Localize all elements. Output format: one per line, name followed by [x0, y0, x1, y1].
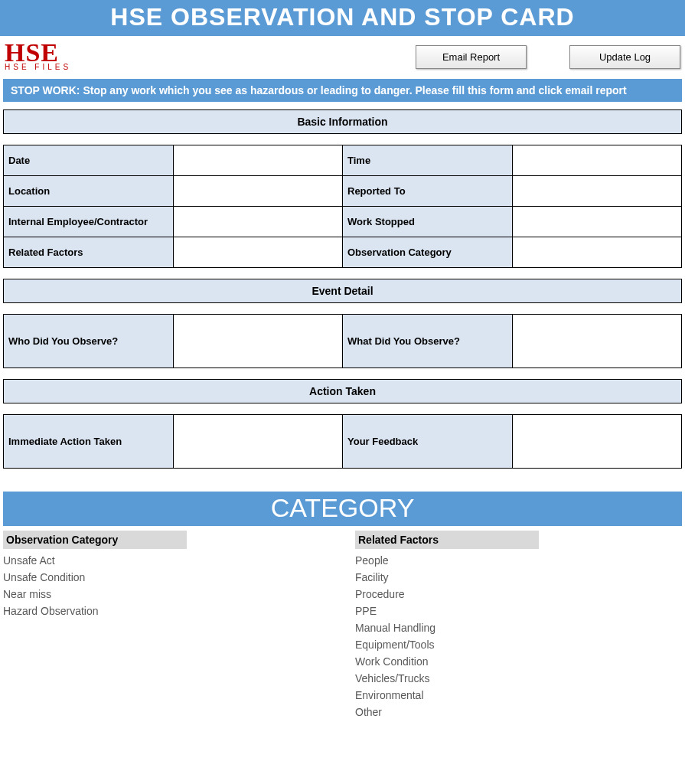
- header-row: HSE HSE FILES Email Report Update Log: [0, 36, 685, 79]
- field-your-feedback[interactable]: [513, 415, 683, 469]
- email-report-button[interactable]: Email Report: [416, 45, 527, 69]
- list-item: Unsafe Act: [3, 552, 256, 569]
- basic-info-grid: Date Time Location Reported To Internal …: [3, 145, 682, 268]
- list-item: Manual Handling: [355, 619, 608, 636]
- label-location: Location: [4, 176, 174, 207]
- label-your-feedback: Your Feedback: [343, 415, 513, 469]
- observation-category-heading: Observation Category: [3, 531, 187, 549]
- field-work-stopped[interactable]: [513, 207, 683, 237]
- field-location[interactable]: [174, 176, 344, 207]
- list-item: Procedure: [355, 586, 608, 603]
- category-title: CATEGORY: [3, 492, 682, 526]
- list-item: Facility: [355, 569, 608, 586]
- label-time: Time: [343, 145, 513, 176]
- list-item: Hazard Observation: [3, 603, 256, 619]
- stop-work-notice: STOP WORK: Stop any work which you see a…: [3, 79, 682, 102]
- event-detail-grid: Who Did You Observe? What Did You Observ…: [3, 314, 682, 368]
- label-employee-contractor: Internal Employee/Contractor: [4, 207, 174, 237]
- field-related-factors[interactable]: [174, 237, 344, 268]
- field-immediate-action[interactable]: [174, 415, 344, 469]
- field-employee-contractor[interactable]: [174, 207, 344, 237]
- label-reported-to: Reported To: [343, 176, 513, 207]
- related-factors-column: Related Factors People Facility Procedur…: [355, 531, 608, 720]
- field-reported-to[interactable]: [513, 176, 683, 207]
- list-item: People: [355, 552, 608, 569]
- action-taken-heading: Action Taken: [3, 379, 682, 403]
- field-who-observed[interactable]: [174, 315, 344, 368]
- label-date: Date: [4, 145, 174, 176]
- label-work-stopped: Work Stopped: [343, 207, 513, 237]
- field-observation-category[interactable]: [513, 237, 683, 268]
- logo-small: HSE FILES: [5, 63, 112, 71]
- logo-big: HSE: [5, 42, 112, 63]
- list-item: Near miss: [3, 586, 256, 603]
- list-item: PPE: [355, 603, 608, 619]
- field-what-observed[interactable]: [513, 315, 683, 368]
- label-what-observed: What Did You Observe?: [343, 315, 513, 368]
- update-log-button[interactable]: Update Log: [569, 45, 680, 69]
- list-item: Work Condition: [355, 653, 608, 670]
- list-item: Vehicles/Trucks: [355, 670, 608, 687]
- list-item: Other: [355, 704, 608, 720]
- related-factors-heading: Related Factors: [355, 531, 539, 549]
- label-who-observed: Who Did You Observe?: [4, 315, 174, 368]
- label-observation-category: Observation Category: [343, 237, 513, 268]
- event-detail-heading: Event Detail: [3, 279, 682, 303]
- list-item: Equipment/Tools: [355, 636, 608, 653]
- field-date[interactable]: [174, 145, 344, 176]
- field-time[interactable]: [513, 145, 683, 176]
- list-item: Environmental: [355, 687, 608, 704]
- category-columns: Observation Category Unsafe Act Unsafe C…: [3, 531, 682, 720]
- label-immediate-action: Immediate Action Taken: [4, 415, 174, 469]
- related-factors-list: People Facility Procedure PPE Manual Han…: [355, 552, 608, 720]
- page-title: HSE OBSERVATION AND STOP CARD: [0, 0, 685, 36]
- observation-category-column: Observation Category Unsafe Act Unsafe C…: [3, 531, 256, 720]
- action-taken-grid: Immediate Action Taken Your Feedback: [3, 414, 682, 469]
- label-related-factors: Related Factors: [4, 237, 174, 268]
- basic-info-heading: Basic Information: [3, 109, 682, 134]
- logo: HSE HSE FILES: [5, 42, 112, 71]
- observation-category-list: Unsafe Act Unsafe Condition Near miss Ha…: [3, 552, 256, 619]
- list-item: Unsafe Condition: [3, 569, 256, 586]
